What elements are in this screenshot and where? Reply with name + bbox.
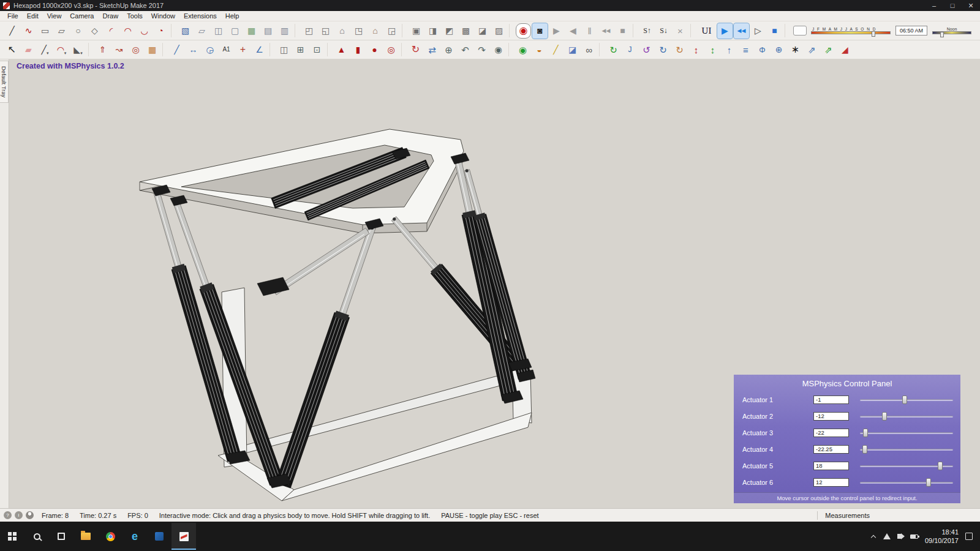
model-box-tool-icon[interactable]: ◳ (351, 23, 366, 39)
actuator-value-input[interactable]: -1 (813, 395, 849, 404)
orbit-tool-icon[interactable]: ↻ (408, 42, 423, 58)
corkscrew-joint-button-icon[interactable]: Φ (755, 42, 770, 58)
actuator-slider[interactable] (860, 444, 953, 454)
arc-dropdown-tool-icon[interactable]: ◠▾ (54, 42, 69, 58)
actuator-slider-thumb[interactable] (902, 395, 907, 404)
servo-joint-button-icon[interactable]: ↻ (672, 42, 687, 58)
actuator-slider-thumb[interactable] (862, 445, 867, 454)
flip-plane-tool-icon[interactable]: ◫ (211, 23, 226, 39)
physics-script-button-icon[interactable]: ◪ (565, 42, 580, 58)
shadow-time-display[interactable]: 06:50 AM (895, 26, 927, 36)
spring-joint-button-icon[interactable]: ≡ (738, 42, 753, 58)
section-plane-tool-icon[interactable]: ◫ (276, 42, 292, 58)
start-button[interactable] (0, 523, 24, 550)
next-view-tool-icon[interactable]: ↷ (474, 42, 489, 58)
scale-time-down-button-icon[interactable]: S↓ (656, 23, 671, 39)
line-tool-icon[interactable]: ╱ (4, 23, 20, 39)
stop-button-icon[interactable]: ■ (615, 23, 630, 39)
corner-tool-icon[interactable]: ◪ (475, 23, 490, 39)
action-center-icon[interactable] (965, 533, 973, 540)
followme-tool-icon[interactable]: ↝ (111, 42, 127, 58)
shadow-date-slider[interactable]: J F M A M J J A S O N D (811, 27, 891, 34)
intersect-tool-icon[interactable]: ◩ (442, 23, 457, 39)
physics-settings-button-icon[interactable]: ◉ (515, 42, 530, 58)
stop-simulation-button-icon[interactable]: ■ (767, 23, 782, 39)
zoom-tool-icon[interactable]: ⊕ (441, 42, 456, 58)
union-tool-icon[interactable]: ▣ (409, 23, 424, 39)
protractor-tool-icon[interactable]: ◶ (202, 42, 217, 58)
taskbar-clock[interactable]: 18:41 09/10/2017 (925, 528, 959, 545)
actuator-value-input[interactable]: -22 (813, 429, 849, 437)
battery-icon[interactable] (910, 534, 918, 539)
ui-toggle-button-icon[interactable]: UI (697, 23, 716, 39)
cylinder-tool-icon[interactable]: ▮ (350, 42, 366, 58)
motor-joint-button-icon[interactable]: ↻ (655, 42, 671, 58)
minimize-button[interactable]: – (925, 0, 943, 11)
account-icon[interactable] (26, 511, 34, 519)
help-icon[interactable]: ? (4, 511, 12, 519)
angular-dimension-tool-icon[interactable]: ∠ (252, 42, 267, 58)
two-point-arc-tool-icon[interactable]: ◠ (120, 23, 135, 39)
freehand-tool-icon[interactable]: ∿ (21, 23, 36, 39)
three-point-arc-tool-icon[interactable]: ◡ (137, 23, 152, 39)
warehouse-tool-icon[interactable]: ⌂ (334, 23, 350, 39)
actuator-slider[interactable] (860, 395, 953, 405)
dashed-plane-tool-icon[interactable]: ▥ (277, 23, 292, 39)
actuator-slider[interactable] (860, 411, 953, 421)
shadow-date-track[interactable] (811, 31, 891, 34)
step-back-button-icon[interactable]: ◀ (565, 23, 581, 39)
box-3d-tool-icon[interactable]: ▧ (178, 23, 193, 39)
network-icon[interactable] (883, 533, 891, 539)
pause-button-icon[interactable]: ‖ (582, 23, 597, 39)
eraser-tool-icon[interactable]: ▰ (21, 42, 36, 58)
plane-joint-button-icon[interactable]: ◢ (837, 42, 853, 58)
menu-camera[interactable]: Camera (66, 12, 98, 20)
dimension-tool-icon[interactable]: ↔ (186, 42, 201, 58)
shadow-dialog-icon[interactable] (793, 26, 807, 36)
volume-icon[interactable] (897, 534, 901, 539)
record-button-icon[interactable]: ◉ (516, 23, 531, 39)
polygon-tool-icon[interactable]: ◇ (87, 23, 102, 39)
blue-app-icon[interactable] (147, 523, 172, 550)
rounded-plane-tool-icon[interactable]: ▢ (227, 23, 243, 39)
menu-edit[interactable]: Edit (23, 12, 43, 20)
sketchup-app-icon[interactable] (172, 523, 196, 550)
play-button-icon[interactable]: ▶ (549, 23, 564, 39)
line-dropdown-tool-icon[interactable]: ╱▾ (37, 42, 53, 58)
shadow-time-slider[interactable]: Noon (932, 27, 971, 34)
menu-file[interactable]: File (3, 12, 23, 20)
orbit-model-tool-icon[interactable]: ◰ (301, 23, 317, 39)
zoom-window-tool-icon[interactable]: ⊞ (293, 42, 308, 58)
torus-tool-icon[interactable]: ◎ (383, 42, 399, 58)
play-simulation-button-icon[interactable]: ▶ (717, 23, 733, 39)
search-button[interactable] (24, 523, 49, 550)
menu-tools[interactable]: Tools (123, 12, 147, 20)
pushpull-tool-icon[interactable]: ⇑ (95, 42, 110, 58)
actuator-slider-thumb[interactable] (863, 429, 868, 437)
chrome-icon[interactable] (98, 523, 123, 550)
fixed-joint-button-icon[interactable]: ⇗ (804, 42, 820, 58)
shade-tool-icon[interactable]: ▨ (491, 23, 507, 39)
actuator-slider[interactable] (860, 428, 953, 438)
shadow-time-track[interactable] (932, 31, 971, 34)
close-button[interactable]: × (962, 0, 980, 11)
offset-tool-icon[interactable]: ◎ (128, 42, 143, 58)
edge-icon[interactable]: e (123, 523, 147, 550)
info-icon[interactable]: i (15, 511, 23, 519)
menu-help[interactable]: Help (221, 12, 244, 20)
hatched-plane-tool-icon[interactable]: ▤ (260, 23, 276, 39)
physics-panel-button-icon[interactable]: ◒ (532, 42, 547, 58)
soften-plane-tool-icon[interactable]: ▦ (244, 23, 259, 39)
ball-joint-button-icon[interactable]: ⊕ (771, 42, 786, 58)
menu-window[interactable]: Window (147, 12, 179, 20)
slider-joint-button-icon[interactable]: ↕ (688, 42, 704, 58)
dropdown-caret-icon[interactable]: ▾ (80, 51, 83, 58)
plane-tool-icon[interactable]: ▱ (194, 23, 209, 39)
scale-time-up-button-icon[interactable]: S↑ (639, 23, 655, 39)
zoom-extents-tool-icon[interactable]: ⊡ (309, 42, 325, 58)
position-model-tool-icon[interactable]: ◱ (318, 23, 333, 39)
rotated-rectangle-tool-icon[interactable]: ▱ (54, 23, 69, 39)
actuator-slider-thumb[interactable] (938, 462, 943, 470)
axes-tool-icon[interactable]: + (235, 42, 251, 58)
up-vector-joint-button-icon[interactable]: ↑ (722, 42, 737, 58)
